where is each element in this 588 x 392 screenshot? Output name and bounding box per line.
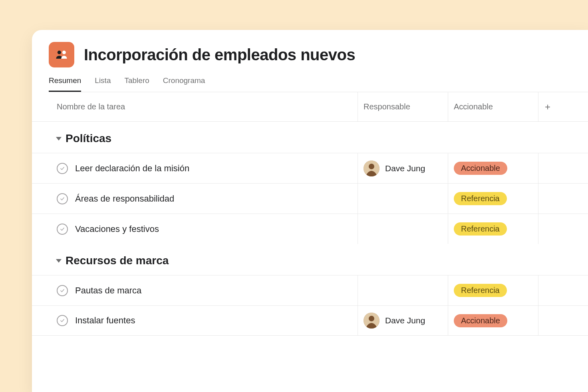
tag-pill: Accionable xyxy=(454,314,507,327)
task-name: Leer declaración de la misión xyxy=(75,163,189,174)
tag-cell[interactable]: Accionable xyxy=(448,153,538,183)
assignee-cell[interactable] xyxy=(358,275,448,305)
section-title: Políticas xyxy=(66,132,111,145)
task-row[interactable]: Áreas de responsabilidad Referencia xyxy=(32,183,588,214)
avatar xyxy=(364,160,379,176)
task-row[interactable]: Pautas de marca Referencia xyxy=(32,275,588,305)
column-header-action[interactable]: Accionable xyxy=(448,92,538,121)
tag-cell[interactable]: Referencia xyxy=(448,275,538,305)
svg-point-3 xyxy=(369,164,374,169)
project-title: Incorporación de empleados nuevos xyxy=(84,46,355,64)
caret-down-icon xyxy=(56,137,62,141)
tab-resumen[interactable]: Resumen xyxy=(49,76,81,92)
tab-cronograma[interactable]: Cronograma xyxy=(163,76,205,92)
task-row[interactable]: Instalar fuentes Dave Jung Accionable xyxy=(32,305,588,336)
project-icon[interactable] xyxy=(49,42,74,67)
tag-cell[interactable]: Referencia xyxy=(448,184,538,214)
tab-lista[interactable]: Lista xyxy=(95,76,111,92)
tag-cell[interactable]: Referencia xyxy=(448,214,538,244)
assignee-name: Dave Jung xyxy=(385,164,425,173)
assignee-cell[interactable] xyxy=(358,184,448,214)
task-name: Vacaciones y festivos xyxy=(75,224,159,234)
people-icon xyxy=(55,48,68,61)
svg-point-1 xyxy=(62,51,66,54)
section-title: Recursos de marca xyxy=(66,254,169,267)
plus-icon: + xyxy=(545,102,550,112)
tag-pill: Accionable xyxy=(454,162,507,175)
task-table: Nombre de la tarea Responsable Accionabl… xyxy=(32,92,588,336)
section-header[interactable]: Políticas xyxy=(32,122,588,153)
task-name: Áreas de responsabilidad xyxy=(75,194,174,204)
caret-down-icon xyxy=(56,259,62,263)
avatar xyxy=(364,313,379,329)
tag-cell[interactable]: Accionable xyxy=(448,306,538,335)
complete-task-icon[interactable] xyxy=(57,224,68,235)
assignee-cell[interactable] xyxy=(358,214,448,244)
project-header: Incorporación de empleados nuevos Resume… xyxy=(32,30,588,92)
complete-task-icon[interactable] xyxy=(57,193,68,204)
tag-pill: Referencia xyxy=(454,192,507,205)
task-name: Instalar fuentes xyxy=(75,315,135,326)
complete-task-icon[interactable] xyxy=(57,285,68,296)
section-header[interactable]: Recursos de marca xyxy=(32,244,588,275)
column-headers-row: Nombre de la tarea Responsable Accionabl… xyxy=(32,92,588,122)
add-column-button[interactable]: + xyxy=(538,92,557,121)
task-row[interactable]: Leer declaración de la misión Dave Jung … xyxy=(32,153,588,183)
column-header-assignee[interactable]: Responsable xyxy=(358,92,448,121)
svg-point-5 xyxy=(369,316,374,321)
tag-pill: Referencia xyxy=(454,284,507,297)
task-row[interactable]: Vacaciones y festivos Referencia xyxy=(32,214,588,244)
complete-task-icon[interactable] xyxy=(57,163,68,174)
column-header-task[interactable]: Nombre de la tarea xyxy=(57,92,358,121)
assignee-name: Dave Jung xyxy=(385,316,425,325)
task-name: Pautas de marca xyxy=(75,285,141,296)
assignee-cell[interactable]: Dave Jung xyxy=(358,153,448,183)
tab-tablero[interactable]: Tablero xyxy=(124,76,149,92)
complete-task-icon[interactable] xyxy=(57,315,68,326)
tabs-bar: Resumen Lista Tablero Cronograma xyxy=(49,67,588,92)
svg-point-0 xyxy=(58,51,61,54)
assignee-cell[interactable]: Dave Jung xyxy=(358,306,448,335)
app-window: Incorporación de empleados nuevos Resume… xyxy=(32,30,588,392)
tag-pill: Referencia xyxy=(454,222,507,236)
